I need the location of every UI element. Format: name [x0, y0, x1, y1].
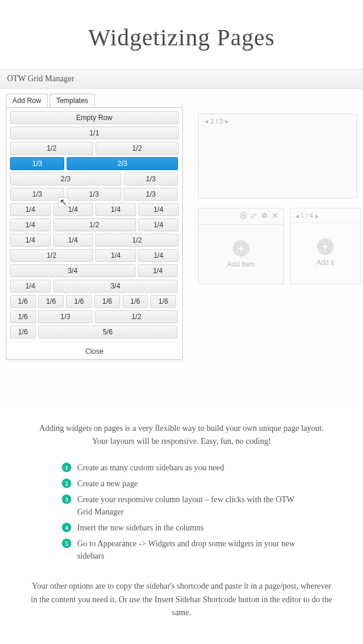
add-item-button[interactable]: + Add item	[199, 225, 283, 284]
layout-14-14-12-c[interactable]: 1/2	[95, 234, 179, 247]
tab-templates[interactable]: Templates	[50, 94, 95, 107]
layout-14-34-a[interactable]: 1/4	[10, 280, 51, 293]
grid-canvas: ◀ 2 / 3 ▶	[198, 114, 363, 284]
layout-14-14-12-a[interactable]: 1/4	[10, 234, 51, 247]
close-icon[interactable]	[272, 212, 279, 221]
layout-1-3-a[interactable]: 1/3	[10, 188, 64, 201]
duplicate-icon[interactable]	[261, 212, 268, 221]
add-item-button-partial[interactable]: + Add it	[291, 223, 360, 282]
chevron-left-icon[interactable]: ◀	[295, 214, 299, 219]
step-text: Insert the new sidebars in the columns	[77, 522, 204, 534]
pager-side: 1 / 4	[301, 212, 313, 219]
plus-icon: +	[317, 238, 334, 255]
layout-34-14-a[interactable]: 3/4	[10, 264, 136, 277]
layout-16-56-a[interactable]: 1/6	[10, 326, 36, 338]
pager-top: 2 / 3	[210, 118, 223, 125]
add-item-label: Add item	[227, 260, 255, 268]
layout-16x6-b[interactable]: 1/6	[38, 295, 64, 308]
layout-16-13-12-c[interactable]: 1/2	[95, 310, 178, 323]
grid-manager-panel: OTW Grid Manager Add Row Templates Empty…	[0, 69, 363, 407]
layout-14-12-14-a[interactable]: 1/4	[10, 218, 51, 231]
layout-16-13-12-a[interactable]: 1/6	[10, 310, 36, 323]
layout-1-3-c[interactable]: 1/3	[124, 188, 178, 201]
step-text: Create a new page	[77, 477, 138, 490]
layout-16x6-e[interactable]: 1/6	[123, 295, 148, 308]
layout-14-14-12-b[interactable]: 1/4	[53, 234, 94, 247]
step-item: 1Create as many custom sidebars as you n…	[62, 462, 301, 474]
layout-16-56-b[interactable]: 5/6	[38, 326, 177, 338]
step-number-badge: 4	[62, 523, 71, 532]
close-button[interactable]: Close	[6, 342, 182, 359]
layout-2-3[interactable]: 2/3	[10, 172, 121, 185]
layout-empty-row[interactable]: Empty Row	[10, 111, 179, 124]
grid-column-card: + Add item	[198, 208, 284, 284]
step-text: Create your responsive column layout – f…	[77, 493, 301, 518]
step-number-badge: 1	[62, 463, 71, 472]
grid-column-partial: ◀ 1 / 4 ▶ + Add it	[290, 208, 361, 284]
layout-14-12-14-b[interactable]: 1/2	[53, 218, 136, 231]
panel-title: OTW Grid Manager	[0, 69, 363, 89]
layout-14-34-b[interactable]: 3/4	[53, 280, 179, 293]
edit-icon[interactable]	[250, 212, 258, 221]
outro-paragraph: Your other options are to copy the sideb…	[0, 566, 363, 643]
intro-paragraph: Adding widgets on pages is a very flexib…	[0, 407, 363, 447]
add-icon[interactable]	[240, 212, 247, 221]
layout-1-3[interactable]: 1/3	[124, 172, 178, 185]
row-layout-dropdown: Empty Row 1/1 1/2 1/2 1/3 2/3 2/3 1/3	[6, 107, 183, 360]
layout-1-4-d[interactable]: 1/4	[138, 203, 179, 216]
layout-16x6-f[interactable]: 1/6	[150, 295, 176, 308]
chevron-right-icon[interactable]: ▶	[225, 119, 229, 124]
layout-16x6-c[interactable]: 1/6	[66, 295, 92, 308]
layout-34-14-b[interactable]: 1/4	[138, 264, 179, 277]
chevron-right-icon[interactable]: ▶	[315, 214, 319, 219]
layout-16-13-12-b[interactable]: 1/3	[38, 310, 93, 323]
tabs-bar: Add Row Templates	[0, 89, 363, 107]
step-number-badge: 5	[62, 539, 71, 548]
layout-1-2-b[interactable]: 1/2	[95, 142, 179, 155]
layout-1-1[interactable]: 1/1	[10, 127, 179, 140]
step-item: 4Insert the new sidebars in the columns	[62, 522, 301, 534]
layout-12-14-14-c[interactable]: 1/4	[138, 249, 179, 262]
steps-list: 1Create as many custom sidebars as you n…	[62, 462, 301, 566]
add-item-label-partial: Add it	[316, 258, 335, 267]
layout-1-2-a[interactable]: 1/2	[10, 142, 93, 155]
layout-16x6-a[interactable]: 1/6	[10, 295, 36, 308]
step-item: 3Create your responsive column layout – …	[62, 493, 301, 518]
page-title: Widgetizing Pages	[0, 24, 363, 51]
layout-16x6-d[interactable]: 1/6	[94, 295, 120, 308]
chevron-left-icon[interactable]: ◀	[204, 119, 208, 124]
layout-1-4-a[interactable]: 1/4	[10, 203, 51, 216]
layout-14-12-14-c[interactable]: 1/4	[138, 218, 179, 231]
layout-12-14-14-a[interactable]: 1/2	[10, 249, 93, 262]
step-item: 2Create a new page	[62, 477, 301, 490]
step-text: Go to Appearance -> Widgets and drop som…	[77, 537, 301, 562]
layout-1-3-selected[interactable]: 1/3	[10, 157, 64, 170]
tab-add-row[interactable]: Add Row	[6, 94, 48, 107]
layout-1-3-b[interactable]: 1/3	[67, 188, 121, 201]
step-number-badge: 3	[62, 494, 71, 504]
layout-12-14-14-b[interactable]: 1/4	[95, 249, 136, 262]
plus-icon: +	[233, 240, 249, 257]
layout-1-4-c[interactable]: 1/4	[95, 203, 136, 216]
step-text: Create as many custom sidebars as you ne…	[77, 462, 224, 474]
step-item: 5Go to Appearance -> Widgets and drop so…	[62, 537, 301, 562]
layout-2-3-selected[interactable]: 2/3	[67, 157, 178, 170]
layout-1-4-b[interactable]: 1/4	[53, 203, 94, 216]
step-number-badge: 2	[62, 479, 71, 488]
